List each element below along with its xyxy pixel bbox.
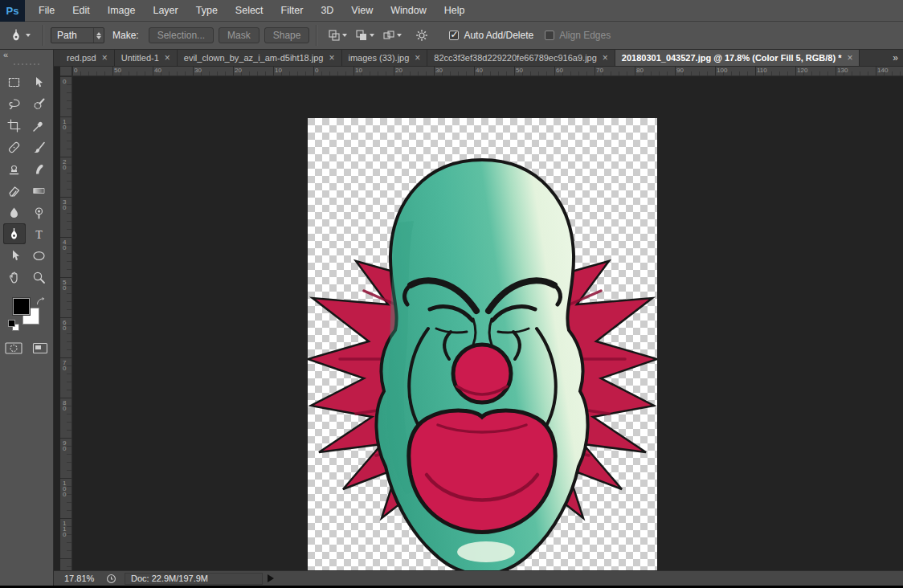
h-ruler-label: 120 [797,67,807,74]
swap-colors-icon[interactable] [36,296,46,310]
screen-mode-button[interactable] [32,342,48,354]
document-tab-4[interactable]: 82cc3f3ef38d229220fe66789ec916a9.jpg× [427,50,615,66]
hand-tool[interactable] [3,267,26,288]
path-operations-icon [328,29,341,42]
tab-close-icon[interactable]: × [603,52,608,63]
zoom-level-field[interactable]: 17.81% [64,574,103,583]
panel-bottom-buttons [0,342,53,354]
tab-close-icon[interactable]: × [329,52,334,63]
menu-item-3d[interactable]: 3D [312,0,342,21]
menu-item-window[interactable]: Window [382,0,435,21]
collapse-panel-button[interactable]: « [0,50,53,61]
dodge-tool[interactable] [28,202,51,223]
status-info-icon[interactable] [106,574,116,584]
menu-item-select[interactable]: Select [227,0,272,21]
document-tab-3[interactable]: images (33).jpg× [342,50,428,66]
h-ruler-label: 110 [757,67,767,74]
path-alignment-button[interactable] [351,26,378,45]
make-selection-button[interactable]: Selection... [149,27,214,43]
h-ruler-label: 0 [74,67,77,74]
path-operations-button[interactable] [324,26,351,45]
menu-item-edit[interactable]: Edit [63,0,99,21]
vertical-ruler[interactable]: 01 02 03 04 05 06 07 08 09 01 0 01 1 0 [60,76,72,570]
checkbox-checked-icon [449,31,459,40]
zoom-tool[interactable] [28,267,51,288]
clown-canvas-image[interactable] [308,118,657,570]
v-ruler-label: 5 0 [63,280,66,291]
eraser-tool[interactable] [3,180,26,201]
h-ruler-label: 140 [877,67,888,74]
default-colors-icon[interactable] [8,320,19,331]
move-tool[interactable] [28,71,51,92]
mixer-brush-tool[interactable] [28,158,51,179]
tab-close-icon[interactable]: × [165,52,170,63]
quick-selection-tool[interactable] [28,93,51,114]
document-tab-bar: red.psd×Untitled-1×evil_clown_by_az_i_am… [54,50,903,67]
type-tool[interactable]: T [28,223,51,244]
h-ruler-label: 70 [596,67,603,74]
document-tab-5[interactable]: 20180301_043527.jpg @ 17.8% (Color Fill … [615,50,860,66]
path-arrange-button[interactable] [378,26,406,45]
separator [43,25,44,46]
menu-item-file[interactable]: File [30,0,63,21]
h-ruler-label: 40 [154,67,161,74]
photoshop-window: Ps FileEditImageLayerTypeSelectFilter3DV… [0,0,903,588]
ruler-row: 0504030201001020304050607080901001101201… [54,67,903,76]
crop-tool[interactable] [3,115,26,136]
menu-bar: Ps FileEditImageLayerTypeSelectFilter3DV… [0,0,903,22]
brush-tool[interactable] [28,137,51,157]
v-ruler-label: 4 0 [63,239,66,251]
chevron-down-icon [397,34,402,37]
foreground-color-swatch[interactable] [13,298,30,315]
canvas-pasteboard: 01 02 03 04 05 06 07 08 09 01 0 01 1 0 [54,76,903,570]
pen-mode-select[interactable]: Path [51,27,104,43]
menu-item-help[interactable]: Help [435,0,474,21]
clone-stamp-tool[interactable] [3,158,26,179]
path-alignment-icon [355,29,368,42]
tab-close-icon[interactable]: × [102,52,108,63]
tab-overflow-icon[interactable]: » [888,50,903,66]
eyedropper-tool[interactable] [28,115,51,136]
lasso-tool[interactable] [3,93,26,114]
make-mask-button[interactable]: Mask [219,27,259,43]
document-size-field[interactable]: Doc: 22.9M/197.9M [125,573,263,585]
menu-item-image[interactable]: Image [99,0,145,21]
h-ruler-label: 130 [837,67,848,74]
svg-text:T: T [35,228,43,240]
v-ruler-label: 1 0 [63,119,66,130]
make-shape-button[interactable]: Shape [264,27,310,43]
tool-preset-button[interactable] [3,25,36,46]
tab-label: evil_clown_by_az_i_am-d5iht18.jpg [184,53,324,63]
gear-icon[interactable] [411,29,433,42]
menu-item-layer[interactable]: Layer [144,0,186,21]
rectangular-marquee-tool[interactable] [3,71,26,92]
pen-tool[interactable] [3,223,26,244]
menu-item-type[interactable]: Type [187,0,227,21]
v-ruler-label: 9 0 [63,440,66,451]
tab-close-icon[interactable]: × [847,52,852,63]
h-ruler-label: 60 [556,67,563,74]
tab-label: 82cc3f3ef38d229220fe66789ec916a9.jpg [434,53,596,63]
horizontal-ruler[interactable]: 0504030201001020304050607080901001101201… [72,67,903,76]
spot-healing-brush-tool[interactable] [3,137,26,157]
chevron-down-icon [370,34,374,37]
gradient-tool[interactable] [28,180,51,201]
tab-close-icon[interactable]: × [415,52,420,63]
chin-highlight [457,541,515,562]
h-ruler-label: 30 [194,67,202,74]
menu-item-view[interactable]: View [342,0,382,21]
blur-tool[interactable] [3,202,26,223]
document-tab-0[interactable]: red.psd× [60,50,115,66]
document-tab-2[interactable]: evil_clown_by_az_i_am-d5iht18.jpg× [178,50,342,66]
h-ruler-label: 0 [315,67,318,74]
quick-mask-button[interactable] [5,342,22,354]
v-ruler-label: 7 0 [63,360,66,371]
path-selection-tool[interactable] [3,245,26,266]
status-flyout-icon[interactable] [268,574,274,582]
align-edges-checkbox[interactable]: Align Edges [545,30,611,41]
document-tab-1[interactable]: Untitled-1× [115,50,178,66]
auto-add-delete-checkbox[interactable]: Auto Add/Delete [449,30,533,41]
menu-item-filter[interactable]: Filter [272,0,313,21]
ruler-corner[interactable] [60,67,72,76]
ellipse-tool[interactable] [28,245,51,266]
